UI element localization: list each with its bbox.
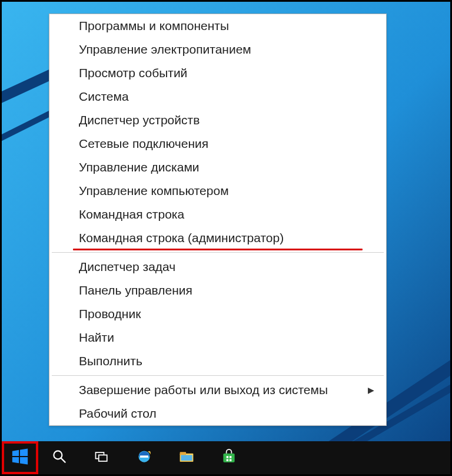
menu-item-label: Сетевые подключения	[79, 137, 208, 150]
menu-item[interactable]: Сетевые подключения	[49, 132, 386, 156]
menu-item-label: Диспетчер устройств	[79, 113, 200, 127]
menu-item[interactable]: Программы и компоненты	[49, 14, 386, 38]
winx-context-menu: Программы и компонентыУправление электро…	[49, 14, 387, 426]
svg-line-11	[61, 458, 65, 462]
menu-item-label: Программы и компоненты	[79, 19, 229, 32]
windows-logo-icon	[11, 448, 29, 468]
svg-marker-8	[12, 457, 19, 463]
svg-marker-9	[20, 457, 28, 465]
svg-rect-13	[99, 455, 107, 461]
svg-rect-23	[230, 459, 232, 461]
menu-item[interactable]: Система	[49, 85, 386, 108]
menu-item-label: Управление электропитанием	[79, 42, 251, 56]
menu-item-label: Управление компьютером	[79, 184, 229, 197]
svg-rect-18	[181, 455, 192, 461]
chevron-right-icon: ▶	[368, 385, 374, 395]
ie-icon	[136, 448, 152, 467]
menu-item[interactable]: Панель управления	[49, 279, 386, 302]
menu-item[interactable]: Командная строка	[49, 203, 386, 226]
menu-item-label: Командная строка (администратор)	[79, 231, 284, 244]
menu-item[interactable]: Управление электропитанием	[49, 38, 386, 61]
menu-item[interactable]: Найти	[49, 326, 386, 349]
menu-item-label: Система	[79, 90, 129, 103]
menu-item[interactable]: Рабочий стол	[49, 402, 386, 425]
menu-item-label: Командная строка	[79, 207, 184, 221]
highlight-underline	[73, 249, 363, 250]
start-button[interactable]	[2, 441, 38, 474]
menu-item[interactable]: Проводник	[49, 302, 386, 326]
screenshot-frame: Программы и компонентыУправление электро…	[0, 0, 452, 476]
menu-item-label: Диспетчер задач	[79, 260, 175, 273]
menu-item[interactable]: Просмотр событий	[49, 61, 386, 85]
menu-item-label: Управление дисками	[79, 160, 200, 174]
file-explorer-icon	[178, 448, 195, 467]
search-button[interactable]	[38, 441, 81, 474]
menu-item[interactable]: Командная строка (администратор)	[49, 226, 386, 250]
menu-item-label: Завершение работы или выход из системы	[79, 383, 328, 396]
svg-rect-19	[223, 454, 234, 462]
menu-item-label: Панель управления	[79, 283, 192, 297]
menu-item[interactable]: Завершение работы или выход из системы▶	[49, 378, 386, 402]
menu-item-label: Проводник	[79, 307, 141, 320]
svg-rect-22	[227, 459, 229, 461]
svg-rect-15	[140, 455, 148, 458]
svg-rect-17	[180, 452, 187, 455]
store-button[interactable]	[208, 441, 250, 474]
ie-button[interactable]	[123, 441, 165, 474]
menu-item-label: Выполнить	[79, 354, 142, 368]
menu-separator	[52, 252, 384, 253]
menu-item[interactable]: Диспетчер задач	[49, 255, 386, 279]
menu-item-label: Найти	[79, 330, 114, 344]
store-icon	[221, 448, 237, 467]
svg-marker-7	[20, 448, 28, 456]
menu-item[interactable]: Выполнить	[49, 349, 386, 373]
menu-item[interactable]: Диспетчер устройств	[49, 108, 386, 132]
menu-item[interactable]: Управление дисками	[49, 156, 386, 179]
taskview-icon	[94, 448, 110, 467]
svg-rect-20	[227, 456, 229, 458]
menu-item-label: Просмотр событий	[79, 66, 187, 80]
menu-item-label: Рабочий стол	[79, 406, 157, 420]
menu-separator	[52, 375, 384, 376]
menu-item[interactable]: Управление компьютером	[49, 179, 386, 203]
explorer-button[interactable]	[165, 441, 208, 474]
search-icon	[51, 448, 68, 467]
taskbar	[2, 441, 450, 474]
taskview-button[interactable]	[81, 441, 123, 474]
svg-marker-6	[12, 450, 19, 456]
svg-rect-21	[230, 456, 232, 458]
